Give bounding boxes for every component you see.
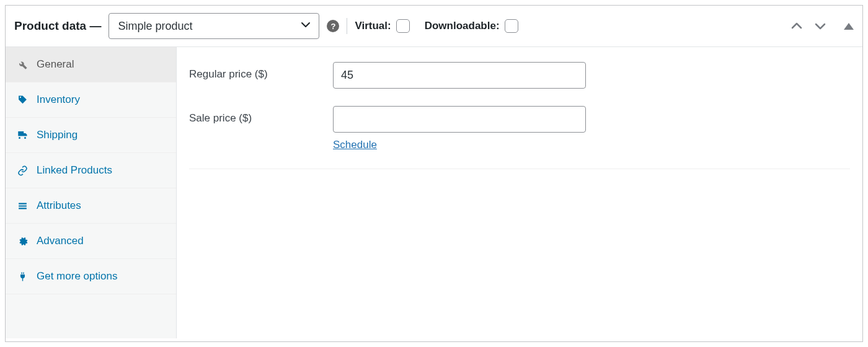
tab-label: Attributes <box>37 200 81 212</box>
sale-price-label: Sale price ($) <box>189 106 333 125</box>
help-icon[interactable]: ? <box>327 20 339 32</box>
tab-linked-products[interactable]: Linked Products <box>6 153 176 188</box>
virtual-group: Virtual: <box>355 19 409 33</box>
panel-body: General Inventory Shipping Linked Produc… <box>6 47 862 338</box>
move-down-button[interactable] <box>812 17 829 35</box>
link-icon <box>17 165 28 176</box>
tab-shipping[interactable]: Shipping <box>6 118 176 153</box>
tab-label: General <box>37 58 74 71</box>
panel-header: Product data — Simple product ? Virtual:… <box>6 6 862 47</box>
schedule-link[interactable]: Schedule <box>333 139 377 151</box>
tab-label: Inventory <box>37 94 80 106</box>
sale-price-row: Sale price ($) Schedule <box>189 106 850 151</box>
tab-label: Get more options <box>37 270 117 283</box>
divider <box>347 18 347 34</box>
panel-order-controls <box>788 17 854 35</box>
tab-label: Linked Products <box>37 164 112 177</box>
tab-get-more-options[interactable]: Get more options <box>6 259 176 294</box>
gear-icon <box>17 235 28 247</box>
collapse-panel-button[interactable] <box>844 23 854 30</box>
sale-price-input[interactable] <box>333 106 586 133</box>
virtual-label: Virtual: <box>355 20 391 32</box>
product-data-panel: Product data — Simple product ? Virtual:… <box>5 5 863 342</box>
tab-inventory[interactable]: Inventory <box>6 82 176 118</box>
virtual-checkbox[interactable] <box>396 19 410 33</box>
list-icon <box>17 200 28 211</box>
tab-attributes[interactable]: Attributes <box>6 188 176 224</box>
tag-icon <box>17 94 28 105</box>
wrench-icon <box>17 59 28 70</box>
regular-price-label: Regular price ($) <box>189 62 333 81</box>
product-type-select-wrap: Simple product <box>108 13 319 39</box>
regular-price-input[interactable] <box>333 62 586 89</box>
panel-title: Product data — <box>14 19 101 33</box>
tabs-sidebar: General Inventory Shipping Linked Produc… <box>6 47 177 338</box>
truck-icon <box>17 130 28 141</box>
tab-label: Advanced <box>37 235 84 247</box>
downloadable-checkbox[interactable] <box>505 19 518 33</box>
tab-content: Regular price ($) Sale price ($) Schedul… <box>177 47 862 338</box>
plug-icon <box>17 271 28 282</box>
downloadable-group: Downloadable: <box>425 19 518 33</box>
tab-general[interactable]: General <box>6 47 176 82</box>
regular-price-row: Regular price ($) <box>189 62 850 89</box>
tab-advanced[interactable]: Advanced <box>6 224 176 259</box>
divider <box>189 169 850 169</box>
move-up-button[interactable] <box>788 17 805 35</box>
tab-label: Shipping <box>37 129 78 141</box>
downloadable-label: Downloadable: <box>425 20 500 32</box>
product-type-select[interactable]: Simple product <box>108 13 319 39</box>
